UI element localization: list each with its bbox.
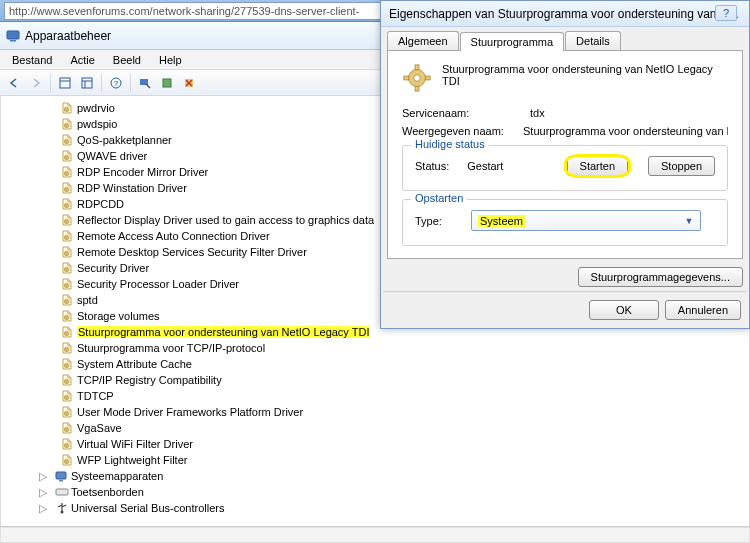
stop-button[interactable]: Stoppen bbox=[648, 156, 715, 176]
svg-rect-1 bbox=[10, 40, 16, 42]
expand-icon[interactable]: ▷ bbox=[39, 502, 51, 515]
tree-item[interactable]: TCP/IP Registry Compatibility bbox=[1, 372, 749, 388]
svg-point-18 bbox=[65, 172, 69, 176]
gear-icon bbox=[402, 63, 432, 93]
update-icon[interactable] bbox=[157, 73, 177, 93]
tree-item[interactable]: Virtual WiFi Filter Driver bbox=[1, 436, 749, 452]
inf-file-icon bbox=[61, 438, 73, 450]
tree-category-label: Toetsenborden bbox=[71, 486, 144, 498]
startup-legend: Opstarten bbox=[411, 192, 467, 204]
inf-file-icon bbox=[61, 310, 73, 322]
expand-icon[interactable]: ▷ bbox=[39, 486, 51, 499]
tree-item-label: Stuurprogramma voor ondersteuning van Ne… bbox=[77, 326, 370, 338]
disable-icon[interactable] bbox=[179, 73, 199, 93]
inf-file-icon bbox=[61, 230, 73, 242]
status-value: Gestart bbox=[467, 160, 503, 172]
tab-strip: Algemeen Stuurprogramma Details bbox=[381, 27, 749, 50]
tree-item-label: RDPCDD bbox=[77, 198, 124, 210]
svg-rect-38 bbox=[59, 480, 63, 482]
menu-action[interactable]: Actie bbox=[62, 52, 102, 68]
status-label: Status: bbox=[415, 160, 449, 172]
inf-file-icon bbox=[61, 454, 73, 466]
type-dropdown[interactable]: Systeem ▼ bbox=[471, 210, 701, 231]
svg-point-27 bbox=[65, 316, 69, 320]
tree-item-label: Remote Desktop Services Security Filter … bbox=[77, 246, 307, 258]
window-title: Apparaatbeheer bbox=[25, 29, 111, 43]
dialog-title-bar: Eigenschappen van Stuurprogramma voor on… bbox=[381, 1, 749, 27]
tree-item-label: VgaSave bbox=[77, 422, 122, 434]
svg-rect-39 bbox=[56, 489, 68, 495]
inf-file-icon bbox=[61, 102, 73, 114]
tree-item-label: sptd bbox=[77, 294, 98, 306]
display-name-label: Weergegeven naam: bbox=[402, 125, 515, 137]
svg-rect-43 bbox=[415, 65, 419, 70]
inf-file-icon bbox=[61, 278, 73, 290]
details-icon[interactable] bbox=[77, 73, 97, 93]
tree-item[interactable]: User Mode Driver Frameworks Platform Dri… bbox=[1, 404, 749, 420]
tab-driver[interactable]: Stuurprogramma bbox=[460, 32, 565, 51]
tree-item-label: QoS-pakketplanner bbox=[77, 134, 172, 146]
tree-item-label: Security Processor Loader Driver bbox=[77, 278, 239, 290]
expand-icon[interactable]: ▷ bbox=[39, 470, 51, 483]
svg-point-33 bbox=[65, 412, 69, 416]
inf-file-icon bbox=[61, 374, 73, 386]
device-manager-icon bbox=[6, 29, 20, 43]
inf-file-icon bbox=[61, 182, 73, 194]
svg-point-31 bbox=[65, 380, 69, 384]
tab-details[interactable]: Details bbox=[565, 31, 621, 50]
tree-item-label: Security Driver bbox=[77, 262, 149, 274]
tree-item-label: RDP Encoder Mirror Driver bbox=[77, 166, 208, 178]
tree-item-label: User Mode Driver Frameworks Platform Dri… bbox=[77, 406, 303, 418]
driver-data-button[interactable]: Stuurprogrammagegevens... bbox=[578, 267, 743, 287]
show-icon[interactable] bbox=[55, 73, 75, 93]
tree-item[interactable]: System Attribute Cache bbox=[1, 356, 749, 372]
inf-file-icon bbox=[61, 326, 73, 338]
tree-item-label: RDP Winstation Driver bbox=[77, 182, 187, 194]
status-legend: Huidige status bbox=[411, 138, 489, 150]
chevron-down-icon: ▼ bbox=[681, 213, 697, 228]
inf-file-icon bbox=[61, 246, 73, 258]
inf-file-icon bbox=[61, 214, 73, 226]
menu-help[interactable]: Help bbox=[151, 52, 190, 68]
menu-view[interactable]: Beeld bbox=[105, 52, 149, 68]
start-button[interactable]: Starten bbox=[567, 156, 628, 176]
ok-button[interactable]: OK bbox=[589, 300, 659, 320]
svg-point-23 bbox=[65, 252, 69, 256]
category-icon bbox=[55, 470, 67, 482]
svg-point-21 bbox=[65, 220, 69, 224]
horizontal-scrollbar[interactable] bbox=[0, 526, 750, 543]
tree-item[interactable]: Stuurprogramma voor TCP/IP-protocol bbox=[1, 340, 749, 356]
type-label: Type: bbox=[415, 215, 459, 227]
tree-item-label: Virtual WiFi Filter Driver bbox=[77, 438, 193, 450]
svg-point-22 bbox=[65, 236, 69, 240]
inf-file-icon bbox=[61, 150, 73, 162]
svg-rect-0 bbox=[7, 31, 19, 39]
category-icon bbox=[55, 486, 67, 498]
tree-item[interactable]: TDTCP bbox=[1, 388, 749, 404]
menu-file[interactable]: Bestand bbox=[4, 52, 60, 68]
tree-item[interactable]: VgaSave bbox=[1, 420, 749, 436]
svg-point-40 bbox=[61, 511, 64, 514]
svg-point-15 bbox=[65, 124, 69, 128]
help-button[interactable]: ? bbox=[715, 5, 737, 21]
cancel-button[interactable]: Annuleren bbox=[665, 300, 741, 320]
tree-category[interactable]: ▷Universal Serial Bus-controllers bbox=[1, 500, 749, 516]
svg-rect-4 bbox=[82, 78, 92, 88]
scan-icon[interactable] bbox=[135, 73, 155, 93]
tree-category[interactable]: ▷Toetsenborden bbox=[1, 484, 749, 500]
back-button[interactable] bbox=[4, 73, 24, 93]
forward-button[interactable] bbox=[26, 73, 46, 93]
tab-general[interactable]: Algemeen bbox=[387, 31, 459, 50]
tree-item-label: Remote Access Auto Connection Driver bbox=[77, 230, 270, 242]
svg-point-16 bbox=[65, 140, 69, 144]
tree-category[interactable]: ▷Systeemapparaten bbox=[1, 468, 749, 484]
tree-item[interactable]: WFP Lightweight Filter bbox=[1, 452, 749, 468]
tree-item-label: System Attribute Cache bbox=[77, 358, 192, 370]
inf-file-icon bbox=[61, 118, 73, 130]
tree-item-label: QWAVE driver bbox=[77, 150, 147, 162]
svg-point-36 bbox=[65, 460, 69, 464]
svg-rect-2 bbox=[60, 78, 70, 88]
help-icon[interactable]: ? bbox=[106, 73, 126, 93]
inf-file-icon bbox=[61, 390, 73, 402]
svg-point-25 bbox=[65, 284, 69, 288]
